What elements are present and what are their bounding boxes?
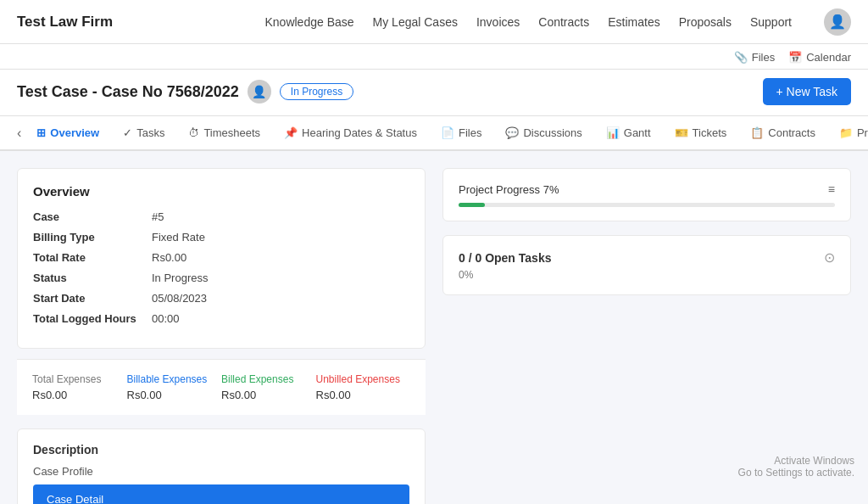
- tab-files[interactable]: 📄 Files: [429, 116, 493, 151]
- logged-hours-value: 00:00: [152, 312, 180, 325]
- open-tasks-label: 0 / 0 Open Tasks: [459, 251, 551, 265]
- calendar-button[interactable]: 📅 Calendar: [788, 51, 851, 64]
- tab-gantt[interactable]: 📊 Gantt: [594, 116, 663, 151]
- case-title: Test Case - Case No 7568/2022: [17, 83, 239, 101]
- nav-estimates[interactable]: Estimates: [608, 15, 659, 29]
- unbilled-expenses-label: Unbilled Expenses: [316, 373, 411, 385]
- tasks-header: 0 / 0 Open Tasks ⊙: [459, 249, 835, 266]
- status-badge: In Progress: [280, 83, 353, 100]
- tab-discussions[interactable]: 💬 Discussions: [493, 116, 593, 151]
- tab-contracts[interactable]: 📋 Contracts: [738, 116, 827, 151]
- case-header-row: Test Case - Case No 7568/2022 👤 In Progr…: [0, 70, 868, 116]
- startdate-label: Start Date: [33, 292, 152, 305]
- case-detail-bar[interactable]: Case Detail: [33, 484, 409, 504]
- description-title: Description: [33, 443, 409, 456]
- overview-row-billing: Billing Type Fixed Rate: [33, 231, 409, 244]
- overview-left: Overview Case #5 Billing Type Fixed Rate…: [17, 168, 426, 349]
- status-label: Status: [33, 272, 152, 284]
- overview-row-startdate: Start Date 05/08/2023: [33, 292, 409, 305]
- description-section: Description Case Profile Case Detail: [17, 428, 426, 504]
- status-value: In Progress: [152, 272, 208, 284]
- tab-hearing-dates[interactable]: 📌 Hearing Dates & Status: [272, 116, 429, 151]
- billed-expenses-label: Billed Expenses: [221, 373, 316, 385]
- nav-knowledge-base[interactable]: Knowledge Base: [264, 15, 353, 29]
- overview-row-case: Case #5: [33, 210, 409, 223]
- check-circle-icon: ⊙: [824, 249, 835, 266]
- case-label: Case: [33, 210, 152, 223]
- nav-proposals[interactable]: Proposals: [679, 15, 732, 29]
- billable-expenses-value: Rs0.00: [127, 389, 222, 401]
- case-profile-label: Case Profile: [33, 465, 409, 478]
- overview-icon: ⊞: [36, 126, 46, 139]
- tasks-icon: ✓: [123, 126, 132, 139]
- sub-header-top: 📎 Files 📅 Calendar: [17, 51, 851, 69]
- billed-expenses-value: Rs0.00: [221, 389, 316, 401]
- tab-overview-label: Overview: [50, 126, 99, 139]
- total-expenses-item: Total Expenses Rs0.00: [32, 373, 127, 401]
- overview-row-logged-hours: Total Logged Hours 00:00: [33, 312, 409, 325]
- tab-overview[interactable]: ⊞ Overview: [25, 116, 111, 151]
- tickets-icon: 🎫: [675, 126, 688, 139]
- tab-files-label: Files: [459, 126, 481, 139]
- sub-header: 📎 Files 📅 Calendar: [0, 44, 868, 70]
- case-title-group: Test Case - Case No 7568/2022 👤 In Progr…: [17, 80, 353, 104]
- files-label: Files: [752, 51, 775, 64]
- overview-row-rate: Total Rate Rs0.00: [33, 251, 409, 264]
- nav-links: Knowledge Base My Legal Cases Invoices C…: [264, 8, 851, 36]
- discussions-icon: 💬: [505, 126, 519, 139]
- tasks-percent: 0%: [459, 269, 835, 281]
- unbilled-expenses-item: Unbilled Expenses Rs0.00: [316, 373, 411, 401]
- calendar-icon: 📅: [788, 51, 802, 64]
- tab-gantt-label: Gantt: [624, 126, 651, 139]
- progress-header: Project Progress 7% ≡: [459, 182, 835, 196]
- progress-label: Project Progress 7%: [459, 183, 559, 196]
- progress-menu-icon[interactable]: ≡: [828, 182, 835, 196]
- tab-timesheets-label: Timesheets: [203, 126, 260, 139]
- case-avatar: 👤: [248, 80, 271, 104]
- rate-label: Total Rate: [33, 251, 152, 264]
- nav-support[interactable]: Support: [750, 15, 792, 29]
- overview-row-status: Status In Progress: [33, 272, 409, 284]
- tab-tasks[interactable]: ✓ Tasks: [111, 116, 176, 151]
- tab-timesheets[interactable]: ⏱ Timesheets: [176, 116, 272, 151]
- files-button[interactable]: 📎 Files: [734, 51, 775, 64]
- calendar-label: Calendar: [806, 51, 851, 64]
- expenses-row: Total Expenses Rs0.00 Billable Expenses …: [17, 359, 426, 415]
- nav-my-legal-cases[interactable]: My Legal Cases: [373, 15, 458, 29]
- gantt-icon: 📊: [606, 126, 620, 139]
- tabs-row: ‹ ⊞ Overview ✓ Tasks ⏱ Timesheets 📌 Hear…: [0, 116, 868, 151]
- total-expenses-label: Total Expenses: [32, 373, 127, 385]
- billed-expenses-item: Billed Expenses Rs0.00: [221, 373, 316, 401]
- tab-prev-button[interactable]: ‹: [14, 120, 25, 146]
- unbilled-expenses-value: Rs0.00: [316, 389, 411, 401]
- tab-contracts-label: Contracts: [768, 126, 815, 139]
- sub-header-actions: 📎 Files 📅 Calendar: [734, 51, 851, 64]
- billable-expenses-label: Billable Expenses: [127, 373, 222, 385]
- user-avatar[interactable]: 👤: [824, 8, 851, 36]
- hearing-icon: 📌: [284, 126, 298, 139]
- project-progress-card: Project Progress 7% ≡: [442, 168, 851, 221]
- new-task-button[interactable]: + New Task: [763, 78, 852, 105]
- content-grid: Overview Case #5 Billing Type Fixed Rate…: [17, 168, 851, 504]
- nav-contracts[interactable]: Contracts: [538, 15, 589, 29]
- overview-panel: Overview Case #5 Billing Type Fixed Rate…: [17, 168, 426, 504]
- contracts-tab-icon: 📋: [750, 126, 764, 139]
- tab-pro[interactable]: 📁 Pro: [827, 116, 868, 151]
- billing-label: Billing Type: [33, 231, 152, 244]
- timesheets-icon: ⏱: [188, 126, 199, 139]
- logged-hours-label: Total Logged Hours: [33, 312, 152, 325]
- billing-value: Fixed Rate: [152, 231, 205, 244]
- total-expenses-value: Rs0.00: [32, 389, 127, 401]
- top-nav: Test Law Firm Knowledge Base My Legal Ca…: [0, 0, 868, 44]
- startdate-value: 05/08/2023: [152, 292, 207, 305]
- tab-hearing-label: Hearing Dates & Status: [302, 126, 417, 139]
- brand-name: Test Law Firm: [17, 14, 113, 31]
- open-tasks-card: 0 / 0 Open Tasks ⊙ 0%: [442, 235, 851, 295]
- progress-bar-fill: [459, 203, 485, 207]
- nav-invoices[interactable]: Invoices: [476, 15, 520, 29]
- tab-tickets[interactable]: 🎫 Tickets: [663, 116, 739, 151]
- progress-bar-bg: [459, 203, 835, 207]
- tab-pro-label: Pro: [857, 126, 868, 139]
- overview-right: Project Progress 7% ≡ 0 / 0 Open Tasks ⊙…: [442, 168, 851, 504]
- tab-tickets-label: Tickets: [693, 126, 727, 139]
